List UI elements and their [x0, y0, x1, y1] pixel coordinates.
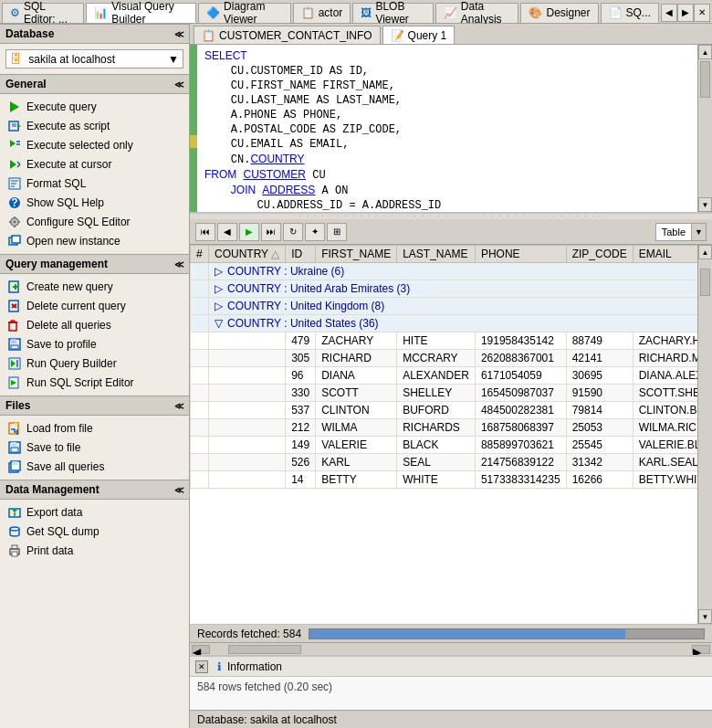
tab-blob-viewer[interactable]: 🖼 BLOB Viewer — [352, 3, 433, 23]
query-mgmt-collapse-icon[interactable]: ≪ — [174, 259, 183, 269]
execute-selected-item[interactable]: Execute selected only — [4, 136, 185, 154]
h-scroll-left-btn[interactable]: ◀ — [192, 645, 210, 654]
execute-cursor-item[interactable]: Execute at cursor — [4, 155, 185, 174]
row-num-cell — [191, 367, 209, 385]
run-query-builder-item[interactable]: Run Query Builder — [4, 354, 185, 373]
expand-icon[interactable]: ▷ — [215, 282, 224, 295]
format-sql-item[interactable]: Format SQL — [4, 174, 185, 193]
execute-query-item[interactable]: Execute query — [4, 98, 185, 116]
scroll-thumb[interactable] — [700, 61, 710, 98]
tab-designer[interactable]: 🎨 Designer — [520, 3, 598, 23]
group-row[interactable]: ▽COUNTRY : United States (36) — [191, 315, 698, 332]
view-mode-arrow[interactable]: ▼ — [691, 224, 706, 240]
tab-visual-query-builder[interactable]: 📊 Visual Query Builder — [86, 3, 196, 23]
print-data-item[interactable]: Print data — [4, 542, 185, 560]
table-row[interactable]: 537 CLINTON BUFORD 484500282381 79814 CL… — [191, 402, 698, 419]
firstname-col-header[interactable]: FIRST_NAME — [316, 246, 397, 263]
delete-current-query-item[interactable]: Delete current query — [4, 297, 185, 315]
results-scroll-thumb[interactable] — [700, 269, 710, 296]
next-record-btn[interactable]: ▶ — [239, 223, 259, 241]
expand-icon[interactable]: ▷ — [215, 265, 224, 278]
zipcode-col-header[interactable]: ZIP_CODE — [566, 246, 633, 263]
scroll-up-btn[interactable]: ▲ — [698, 45, 712, 59]
group-row[interactable]: ▷COUNTRY : United Arab Emirates (3) — [191, 280, 698, 298]
grid-btn[interactable]: ⊞ — [327, 223, 347, 241]
tab-sql-editor[interactable]: ⚙ SQL Editor: ... — [2, 3, 84, 23]
export-btn[interactable]: ✦ — [305, 223, 325, 241]
show-sql-help-item[interactable]: ? Show SQL Help — [4, 194, 185, 212]
save-to-file-label: Save to file — [26, 441, 80, 454]
table-row[interactable]: 149 VALERIE BLACK 885899703621 25545 VAL… — [191, 437, 698, 454]
firstname-cell: DIANA — [316, 367, 397, 385]
scroll-down-btn[interactable]: ▼ — [698, 197, 712, 212]
tab-sq[interactable]: 📄 SQ... — [601, 3, 659, 23]
database-dropdown[interactable]: 🗄 sakila at localhost ▼ — [5, 49, 183, 69]
files-collapse-icon[interactable]: ≪ — [174, 401, 183, 411]
table-row[interactable]: 212 WILMA RICHARDS 168758068397 25053 WI… — [191, 419, 698, 437]
address-link[interactable]: ADDRESS — [262, 184, 315, 196]
lastname-col-header[interactable]: LAST_NAME — [397, 246, 476, 263]
group-row[interactable]: ▷COUNTRY : United Kingdom (8) — [191, 298, 698, 315]
customer-link[interactable]: CUSTOMER — [244, 168, 306, 181]
firstname-cell: SCOTT — [316, 385, 397, 402]
table-row[interactable]: 96 DIANA ALEXANDER 6171054059 30695 DIAN… — [191, 367, 698, 385]
results-scroll-down-btn[interactable]: ▼ — [698, 609, 712, 624]
h-scroll-right-btn[interactable]: ▶ — [692, 645, 710, 654]
files-section-label: Files — [5, 399, 30, 412]
lastname-cell: ALEXANDER — [397, 367, 476, 385]
svg-point-56 — [10, 527, 19, 531]
save-all-queries-item[interactable]: Save all queries — [4, 458, 185, 476]
country-col-header[interactable]: COUNTRY △ — [209, 246, 286, 263]
table-row[interactable]: 330 SCOTT SHELLEY 165450987037 91590 SCO… — [191, 385, 698, 402]
table-row[interactable]: 305 RICHARD MCCRARY 262088367001 42141 R… — [191, 350, 698, 367]
id-col-header[interactable]: ID — [286, 246, 316, 263]
export-data-item[interactable]: Export data — [4, 503, 185, 522]
tab-data-analysis[interactable]: 📈 Data Analysis — [435, 3, 519, 23]
tab-query-1[interactable]: 📝 Query 1 — [382, 26, 455, 44]
nav-close-btn[interactable]: ✕ — [694, 4, 710, 22]
first-record-btn[interactable]: ⏮ — [195, 223, 215, 241]
nav-prev-btn[interactable]: ◀ — [661, 4, 677, 22]
expand-icon[interactable]: ▷ — [215, 300, 224, 312]
tab-customer-contact-info[interactable]: 📋 CUSTOMER_CONTACT_INFO — [194, 26, 381, 44]
email-col-header[interactable]: EMAIL — [633, 246, 697, 263]
results-scroll-up-btn[interactable]: ▲ — [698, 245, 712, 259]
get-sql-dump-item[interactable]: Get SQL dump — [4, 522, 185, 541]
nav-next-btn[interactable]: ▶ — [677, 4, 694, 22]
last-record-btn[interactable]: ⏭ — [261, 223, 281, 241]
prev-record-btn[interactable]: ◀ — [217, 223, 237, 241]
save-to-file-item[interactable]: Save to file — [4, 438, 185, 457]
results-table-wrap[interactable]: # COUNTRY △ ID FIRST_NAME LAST_NAME PHON… — [190, 245, 697, 624]
run-sql-script-editor-item[interactable]: Run SQL Script Editor — [4, 374, 185, 392]
table-row[interactable]: 479 ZACHARY HITE 191958435142 88749 ZACH… — [191, 332, 698, 350]
group-row[interactable]: ▷COUNTRY : Ukraine (6) — [191, 263, 698, 280]
load-from-file-item[interactable]: Load from file — [4, 419, 185, 438]
firstname-cell: WILMA — [316, 419, 397, 437]
save-to-profile-item[interactable]: Save to profile — [4, 335, 185, 353]
h-scroll-thumb[interactable] — [228, 645, 301, 654]
execute-script-item[interactable]: Execute as script — [4, 117, 185, 135]
info-close-btn[interactable]: ✕ — [195, 660, 208, 673]
delete-all-queries-item[interactable]: Delete all queries — [4, 316, 185, 334]
general-collapse-icon[interactable]: ≪ — [174, 79, 183, 90]
results-scrollbar[interactable]: ▲ ▼ — [697, 245, 712, 624]
country-link[interactable]: COUNTRY — [250, 153, 304, 165]
expand-icon[interactable]: ▽ — [215, 317, 224, 330]
country-cell — [209, 471, 286, 489]
h-scrollbar[interactable]: ◀ ▶ — [190, 642, 712, 655]
refresh-btn[interactable]: ↻ — [283, 223, 303, 241]
phone-col-header[interactable]: PHONE — [475, 246, 566, 263]
sql-code-editor[interactable]: SELECT CU.CUSTOMER_ID AS ID, CU.FIRST_NA… — [197, 45, 697, 212]
tab-diagram-viewer[interactable]: 🔷 Diagram Viewer — [198, 3, 291, 23]
table-row[interactable]: 14 BETTY WHITE 5173383314235 16266 BETTY… — [191, 471, 698, 489]
sql-editor-scrollbar[interactable]: ▲ ▼ — [697, 45, 712, 212]
tab-actor[interactable]: 📋 actor — [293, 3, 351, 23]
database-collapse-icon[interactable]: ≪ — [174, 29, 183, 39]
configure-sql-item[interactable]: Configure SQL Editor — [4, 213, 185, 231]
view-mode-select[interactable]: Table ▼ — [655, 223, 707, 241]
create-new-query-item[interactable]: Create new query — [4, 278, 185, 296]
execute-script-icon — [7, 119, 22, 133]
open-new-instance-item[interactable]: Open new instance — [4, 232, 185, 250]
data-mgmt-collapse-icon[interactable]: ≪ — [174, 485, 183, 495]
table-row[interactable]: 526 KARL SEAL 214756839122 31342 KARL.SE… — [191, 454, 698, 471]
